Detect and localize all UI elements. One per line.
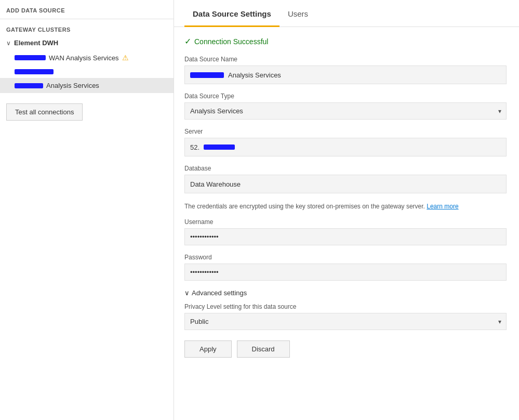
data-source-name-label: Data Source Name [184,56,507,63]
form-group-datasource-type: Data Source Type Analysis Services SQL S… [184,93,507,120]
server-label: Server [184,128,507,135]
tab-data-source-settings[interactable]: Data Source Settings [184,0,280,27]
data-source-type-select-wrapper: Analysis Services SQL Server Oracle ▾ [184,102,507,120]
datasource-item-ds3[interactable]: Analysis Services [0,78,174,93]
database-value: Data Warehouse [190,180,241,188]
tabs-row: Data Source Settings Users [174,0,519,27]
form-group-password: Password [184,254,507,281]
apply-button[interactable]: Apply [184,340,232,358]
password-input[interactable] [184,264,507,281]
form-group-database: Database Data Warehouse [184,165,507,193]
server-prefix: 52. [190,143,199,151]
warning-icon-ds1: ⚠ [122,54,129,62]
gateway-item[interactable]: ∨ Element DWH [0,37,174,49]
privacy-level-select-wrapper: Public Organizational Private None ▾ [184,313,507,330]
form-group-datasource-name: Data Source Name Analysis Services [184,56,507,84]
datasource-list: WAN Analysis Services ⚠ Analysis Service… [0,50,174,93]
datasource-label-ds1: WAN Analysis Services [49,54,119,62]
datasource-item-ds2[interactable] [0,65,174,78]
username-label: Username [184,218,507,226]
password-label: Password [184,254,507,261]
server-field: 52. [184,138,507,156]
redacted-icon-ds3 [15,83,43,88]
advanced-settings-label: Advanced settings [192,289,247,297]
database-field: Data Warehouse [184,175,507,193]
redacted-name-icon [190,72,224,78]
connection-status: ✓ Connection Successful [184,36,507,46]
add-data-source-bar[interactable]: ADD DATA SOURCE [0,0,174,19]
username-input[interactable] [184,228,507,245]
privacy-level-label: Privacy Level setting for this data sour… [184,303,507,310]
credentials-note: The credentials are encrypted using the … [184,202,507,211]
sidebar-content: GATEWAY CLUSTERS ∨ Element DWH WAN Analy… [0,19,174,420]
privacy-level-select[interactable]: Public Organizational Private None [184,313,507,330]
gateway-chevron-icon: ∨ [6,40,11,47]
discard-button[interactable]: Discard [237,340,290,358]
tab-users[interactable]: Users [280,0,316,27]
test-all-connections-button[interactable]: Test all connections [6,103,83,121]
redacted-server-icon [204,145,235,150]
main-panel: Data Source Settings Users ✓ Connection … [174,0,519,420]
database-label: Database [184,165,507,172]
connection-status-text: Connection Successful [194,37,268,46]
form-group-username: Username [184,218,507,245]
data-source-name-field: Analysis Services [184,65,507,84]
datasource-item-ds1[interactable]: WAN Analysis Services ⚠ [0,50,174,65]
panel-body: ✓ Connection Successful Data Source Name… [174,27,517,373]
data-source-type-label: Data Source Type [184,93,507,100]
data-source-type-select[interactable]: Analysis Services SQL Server Oracle [184,102,507,120]
check-icon: ✓ [184,36,191,46]
redacted-icon-ds1 [15,55,46,60]
gateway-name: Element DWH [14,39,58,47]
credentials-note-text: The credentials are encrypted using the … [184,203,425,210]
advanced-settings-toggle[interactable]: ∨ Advanced settings [184,289,507,297]
datasource-label-ds3: Analysis Services [46,82,99,89]
form-group-privacy-level: Privacy Level setting for this data sour… [184,303,507,330]
learn-more-link[interactable]: Learn more [427,203,458,210]
add-data-source-label: ADD DATA SOURCE [6,7,65,14]
sidebar: ADD DATA SOURCE GATEWAY CLUSTERS ∨ Eleme… [0,0,174,420]
action-buttons: Apply Discard [184,340,507,358]
advanced-chevron-icon: ∨ [184,289,190,297]
redacted-icon-ds2 [15,69,54,74]
gateway-clusters-label: GATEWAY CLUSTERS [0,27,174,37]
data-source-name-value: Analysis Services [228,71,281,79]
form-group-server: Server 52. [184,128,507,156]
